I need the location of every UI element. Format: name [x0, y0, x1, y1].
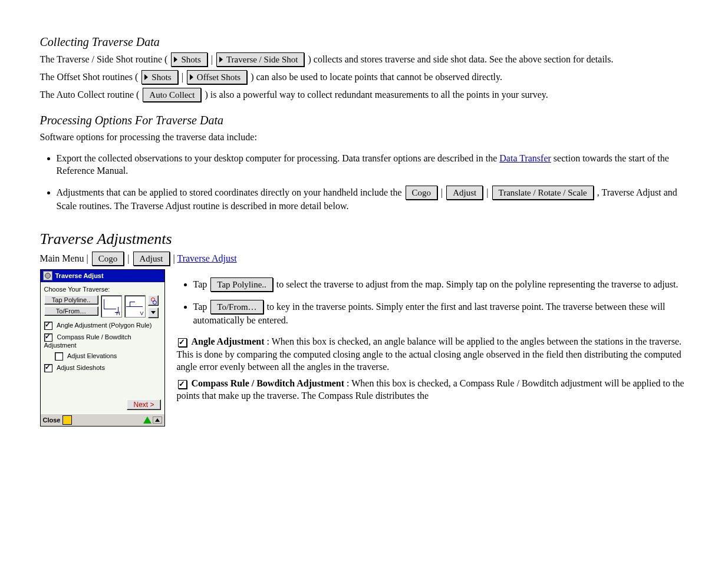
zoom-extents-icon[interactable]: [148, 295, 159, 306]
opt-compass-rule[interactable]: Compass Rule / Bowditch Adjustment: [44, 333, 161, 349]
btn-to-from-inline[interactable]: To/From…: [210, 300, 263, 314]
text: The Traverse / Side Shot routine (: [40, 54, 168, 64]
link-traverse-adjust[interactable]: Traverse Adjust: [177, 253, 236, 263]
text: ) collects and stores traverse and side …: [308, 54, 613, 64]
text: |: [441, 187, 445, 197]
app-icon: [43, 271, 52, 280]
btn-cogo[interactable]: Cogo: [406, 186, 438, 200]
text: |: [182, 72, 186, 82]
alert-icon[interactable]: [143, 416, 151, 424]
text: |: [486, 187, 490, 197]
link-data-transfer[interactable]: Data Transfer: [499, 153, 551, 163]
bullet-tap-polyline: Tap Tap Polyline.. to select the travers…: [193, 277, 689, 292]
text: Export the collected observations to you…: [57, 153, 500, 163]
keyboard-icon[interactable]: [62, 415, 72, 425]
menu-traverse-side-button[interactable]: Traverse / Side Shot: [216, 52, 305, 67]
text: ) is also a powerful way to collect redu…: [205, 90, 548, 100]
text: The Auto Collect routine (: [40, 90, 140, 100]
para-offset: The Offset Shot routines ( Shots | Offse…: [40, 70, 689, 84]
dialog-titlebar: Traverse Adjust: [41, 270, 164, 282]
opt-adjust-elevations[interactable]: Adjust Elevations: [55, 352, 161, 361]
label: Shots: [151, 71, 171, 83]
text: Tap: [193, 279, 210, 289]
bullet-export: Export the collected observations to you…: [57, 152, 689, 177]
text: Tap: [193, 302, 210, 312]
up-icon[interactable]: [153, 416, 162, 424]
processing-intro: Software options for processing the trav…: [40, 131, 689, 144]
text: Main Menu |: [40, 253, 91, 263]
choose-label: Choose Your Traverse:: [44, 286, 161, 293]
checkbox-angle-adjustment[interactable]: [44, 322, 52, 330]
menu-shots-button-2[interactable]: Shots: [141, 70, 177, 84]
btn-adjust-2[interactable]: Adjust: [133, 252, 170, 266]
heading-processing: Processing Options For Traverse Data: [40, 114, 689, 127]
dropdown-icon[interactable]: [148, 308, 159, 318]
text: |: [127, 253, 131, 263]
para-compass-rule: Compass Rule / Bowditch Adjustment : Whe…: [177, 377, 689, 402]
dialog-statusbar: Close: [41, 414, 164, 426]
bullet-to-from: Tap To/From… to key in the traverse poin…: [193, 300, 689, 327]
para-angle-adjustment: Angle Adjustment : When this box is chec…: [177, 335, 689, 373]
checkbox-adjust-elevations[interactable]: [55, 352, 63, 361]
label-compass-rule: Compass Rule / Bowditch Adjustment: [192, 378, 345, 388]
label: Compass Rule / Bowditch Adjustment: [44, 333, 131, 349]
checkbox-inline-compass: [178, 380, 187, 389]
close-button[interactable]: Close: [43, 416, 61, 424]
label: Traverse / Side Shot: [226, 54, 298, 65]
text: to key in the traverse points. Simply en…: [193, 302, 666, 325]
btn-tap-polyline[interactable]: Tap Polyline..: [44, 295, 98, 305]
heading-traverse-adjustments: Traverse Adjustments: [40, 230, 689, 248]
label: Auto Collect: [149, 89, 195, 101]
label: Adjust Elevations: [67, 352, 117, 359]
btn-adjust[interactable]: Adjust: [446, 186, 483, 200]
text: |: [211, 54, 215, 64]
preview-label-v: V: [140, 310, 143, 316]
label: Adjust Sideshots: [57, 364, 105, 371]
label: Shots: [181, 54, 200, 65]
label-angle-adjustment: Angle Adjustment: [192, 336, 265, 346]
checkbox-adjust-sideshots[interactable]: [44, 364, 52, 372]
para-traverse-side: The Traverse / Side Shot routine ( Shots…: [40, 52, 689, 67]
menu-autocollect-button[interactable]: Auto Collect: [143, 88, 201, 102]
text: to select the traverse to adjust from th…: [276, 279, 678, 289]
checkbox-inline-angle: [178, 338, 187, 347]
preview-horizontal: H: [101, 295, 122, 318]
preview-label-h: H: [116, 310, 120, 316]
opt-angle-adjustment[interactable]: Angle Adjustment (Polygon Rule): [44, 322, 161, 330]
btn-cogo-2[interactable]: Cogo: [92, 252, 124, 266]
next-button[interactable]: Next >: [127, 399, 160, 410]
menu-shots-button[interactable]: Shots: [171, 52, 207, 67]
opt-adjust-sideshots[interactable]: Adjust Sideshots: [44, 364, 161, 372]
btn-to-from[interactable]: To/From…: [44, 306, 98, 316]
btn-translate[interactable]: Translate / Rotate / Scale: [492, 186, 594, 200]
text: The Offset Shot routines (: [40, 72, 139, 82]
label: Angle Adjustment (Polygon Rule): [57, 322, 151, 329]
para-autocollect: The Auto Collect routine ( Auto Collect …: [40, 88, 689, 102]
menu-offset-button[interactable]: Offset Shots: [187, 70, 247, 84]
text: ) can also be used to locate points that…: [251, 72, 502, 82]
main-menu-path: Main Menu | Cogo | Adjust | Traverse Adj…: [40, 252, 689, 266]
bullet-adjust: Adjustments that can be applied to store…: [57, 186, 689, 213]
btn-tap-polyline-inline[interactable]: Tap Polyline..: [210, 277, 273, 292]
text: Adjustments that can be applied to store…: [57, 187, 404, 197]
checkbox-compass-rule[interactable]: [44, 333, 52, 342]
label: Offset Shots: [197, 71, 241, 83]
preview-vertical: V: [124, 295, 146, 318]
dialog-traverse-adjust: Traverse Adjust Choose Your Traverse: Ta…: [40, 269, 165, 427]
heading-collecting: Collecting Traverse Data: [40, 35, 689, 49]
dialog-title: Traverse Adjust: [55, 272, 104, 279]
